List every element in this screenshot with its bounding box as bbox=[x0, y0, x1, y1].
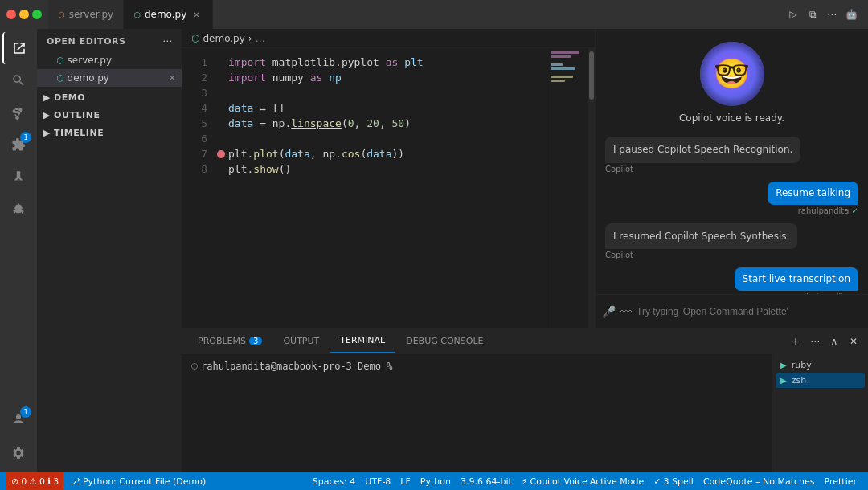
section-outline-label: OUTLINE bbox=[54, 110, 100, 120]
panel-more-button[interactable]: ⋯ bbox=[807, 333, 823, 349]
minimap-line bbox=[551, 76, 573, 78]
spell-icon: ✓ bbox=[653, 476, 661, 487]
terminal-item-ruby[interactable]: ▶ ruby bbox=[776, 357, 865, 373]
panel-tab-problems[interactable]: PROBLEMS 3 bbox=[188, 329, 272, 353]
panel-tab-debug-label: DEBUG CONSOLE bbox=[406, 336, 483, 346]
activity-source-control[interactable] bbox=[2, 96, 35, 129]
info-icon: ℹ bbox=[47, 476, 51, 487]
split-editor-icon[interactable]: ⧉ bbox=[805, 7, 820, 22]
sidebar-demo-py-label: demo.py bbox=[68, 72, 109, 84]
microphone-icon[interactable]: 🎤 bbox=[602, 305, 616, 318]
tab-close-icon[interactable]: ✕ bbox=[190, 10, 202, 20]
activity-settings[interactable] bbox=[2, 437, 35, 469]
activity-flask[interactable] bbox=[2, 161, 35, 193]
activity-extensions[interactable]: 1 bbox=[2, 129, 35, 161]
window-minimize-button[interactable] bbox=[19, 10, 29, 19]
code-editor[interactable]: 12345678 import matplotlib.pyplot as plt… bbox=[182, 48, 595, 328]
terminal-prompt: rahulpandita@macbook-pro-3 Demo % bbox=[191, 361, 762, 372]
spell-label: 3 Spell bbox=[664, 476, 694, 487]
chat-msg-bot-1: I paused Copilot Speech Recognition. Cop… bbox=[605, 137, 800, 174]
editor-area: ⬡ demo.py › … 12345678 import matplotlib… bbox=[182, 29, 595, 328]
status-language[interactable]: Python bbox=[416, 476, 456, 487]
file-close-icon[interactable]: ✕ bbox=[169, 74, 175, 82]
status-bar: ⊘ 0 ⚠ 0 ℹ 3 ⎇ Python: Current File (Demo… bbox=[0, 472, 868, 490]
window-controls bbox=[0, 10, 48, 19]
section-demo-chevron: ▶ bbox=[43, 92, 51, 103]
status-copilot[interactable]: ⚡ Copilot Voice Active Mode bbox=[517, 476, 649, 487]
tab-server-py[interactable]: ⬡ server.py bbox=[48, 0, 124, 29]
panel-split-button[interactable]: ∧ bbox=[826, 333, 842, 349]
status-python-version[interactable]: 3.9.6 64-bit bbox=[456, 476, 517, 487]
panel-tab-output-label: OUTPUT bbox=[283, 336, 319, 346]
panel-tab-debug-console[interactable]: DEBUG CONSOLE bbox=[396, 329, 493, 353]
minimap-line bbox=[551, 67, 575, 70]
copilot-avatar-emoji: 🤓 bbox=[714, 57, 750, 91]
chat-input-area: 🎤 〰 bbox=[596, 294, 868, 328]
minimap-line bbox=[551, 51, 579, 54]
sidebar-file-demo-py[interactable]: ⬡ demo.py ✕ bbox=[37, 69, 182, 87]
panel-tab-problems-label: PROBLEMS bbox=[198, 336, 246, 346]
activity-accounts[interactable]: 1 bbox=[2, 403, 35, 435]
code-content[interactable]: import matplotlib.pyplot as plt import n… bbox=[214, 48, 547, 328]
status-eol[interactable]: LF bbox=[395, 476, 415, 487]
sidebar: OPEN Editors ⋯ ⬡ server.py ⬡ demo.py ✕ ▶… bbox=[37, 29, 182, 472]
status-codequote[interactable]: CodeQuote – No Matches bbox=[698, 476, 820, 487]
copilot-status-text: Copilot voice is ready. bbox=[679, 112, 784, 124]
vertical-scrollbar[interactable] bbox=[588, 48, 595, 328]
copilot-icon[interactable]: 🤖 bbox=[844, 7, 858, 22]
activity-run-debug[interactable] bbox=[2, 193, 35, 225]
breadcrumb-filename: demo.py bbox=[203, 33, 244, 44]
panel-tab-terminal[interactable]: TERMINAL bbox=[330, 329, 395, 353]
section-timeline[interactable]: ▶ TIMELINE bbox=[37, 124, 182, 141]
status-errors[interactable]: ⊘ 0 ⚠ 0 ℹ 3 bbox=[6, 472, 63, 490]
section-outline[interactable]: ▶ OUTLINE bbox=[37, 106, 182, 124]
section-demo[interactable]: ▶ DEMO bbox=[37, 88, 182, 106]
panel-close-button[interactable]: ✕ bbox=[845, 333, 862, 349]
status-prettier[interactable]: Prettier bbox=[820, 476, 862, 487]
sidebar-header: OPEN Editors ⋯ bbox=[37, 29, 182, 50]
activity-bar: 1 1 bbox=[0, 29, 37, 472]
spaces-label: Spaces: 4 bbox=[313, 476, 355, 487]
section-timeline-chevron: ▶ bbox=[43, 128, 51, 138]
codequote-label: CodeQuote – No Matches bbox=[703, 476, 815, 487]
breakpoint-7 bbox=[217, 150, 225, 158]
more-actions-icon[interactable]: ⋯ bbox=[825, 7, 839, 22]
error-count: 0 bbox=[21, 476, 27, 487]
terminal-main[interactable]: rahulpandita@macbook-pro-3 Demo % bbox=[182, 354, 772, 472]
status-encoding[interactable]: UTF-8 bbox=[360, 476, 395, 487]
sidebar-file-server-py[interactable]: ⬡ server.py bbox=[37, 51, 182, 69]
extensions-badge: 1 bbox=[20, 132, 31, 143]
window-close-button[interactable] bbox=[6, 10, 16, 19]
sidebar-more-icon[interactable]: ⋯ bbox=[162, 35, 172, 47]
panel-tab-output[interactable]: OUTPUT bbox=[273, 329, 329, 353]
chat-text-user-2: Start live transcription bbox=[743, 273, 850, 284]
chat-msg-user-1: Resume talking rahulpandita ✓ bbox=[768, 182, 858, 215]
activity-search[interactable] bbox=[2, 64, 35, 96]
eol-label: LF bbox=[400, 476, 410, 487]
main-layout: 1 1 OPEN Editors ⋯ ⬡ bbox=[0, 29, 868, 472]
activity-explorer[interactable] bbox=[2, 32, 35, 64]
chat-input[interactable] bbox=[637, 306, 862, 317]
line-numbers: 12345678 bbox=[182, 48, 214, 328]
status-bar-right: Spaces: 4 UTF-8 LF Python 3.9.6 64-bit ⚡… bbox=[308, 476, 862, 487]
active-mode-label: Active Mode bbox=[590, 476, 645, 487]
status-git[interactable]: ⎇ Python: Current File (Demo) bbox=[65, 472, 211, 490]
panel-add-button[interactable]: + bbox=[788, 333, 804, 349]
center-area: ⬡ demo.py › … 12345678 import matplotlib… bbox=[182, 29, 868, 472]
chat-area[interactable]: I paused Copilot Speech Recognition. Cop… bbox=[596, 130, 868, 294]
tab-demo-py[interactable]: ⬡ demo.py ✕ bbox=[124, 0, 212, 29]
code-line-2: import numpy as np bbox=[217, 70, 547, 85]
terminal-zsh-label: zsh bbox=[792, 375, 806, 386]
terminal-item-zsh[interactable]: ▶ zsh bbox=[776, 373, 865, 388]
wave-icon[interactable]: 〰 bbox=[620, 305, 632, 318]
tab-server-py-label: server.py bbox=[69, 9, 113, 20]
chat-bubble-user-2: Start live transcription bbox=[735, 267, 858, 291]
status-spaces[interactable]: Spaces: 4 bbox=[308, 476, 360, 487]
run-icon[interactable]: ▷ bbox=[786, 7, 800, 22]
window-maximize-button[interactable] bbox=[32, 10, 42, 19]
status-spell[interactable]: ✓ 3 Spell bbox=[649, 476, 698, 487]
demo-py-file-icon: ⬡ bbox=[56, 73, 64, 84]
terminal-zsh-icon: ▶ bbox=[780, 376, 787, 385]
terminal-ruby-icon: ▶ bbox=[780, 361, 787, 370]
chat-bubble-bot-1: I paused Copilot Speech Recognition. bbox=[605, 137, 800, 163]
